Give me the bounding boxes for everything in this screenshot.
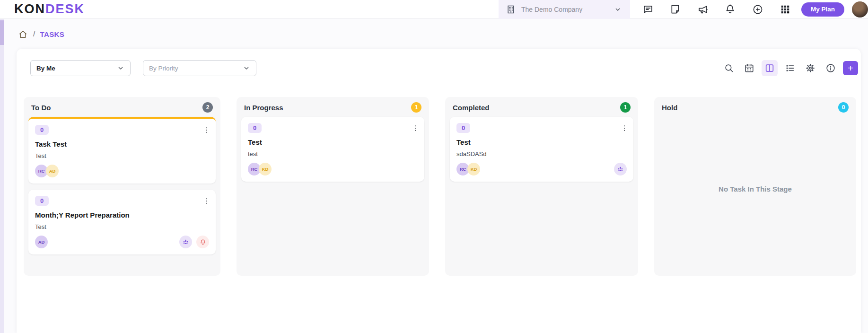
left-scrollbar-thumb[interactable] (0, 20, 4, 45)
column-header: To Do 2 (24, 97, 220, 116)
team-icon[interactable] (179, 236, 192, 248)
column-title: Completed (453, 104, 490, 112)
app-root: KONDESK The Demo Company (0, 0, 868, 333)
card-description: Test (35, 223, 209, 230)
column-title: In Progress (244, 104, 283, 112)
priority-filter-select[interactable]: By Priority (143, 60, 256, 76)
chevron-down-icon (117, 64, 124, 72)
subtask-count-chip: 0 (35, 125, 49, 135)
assignee-avatars: RC AD (35, 165, 209, 177)
note-icon[interactable] (670, 4, 681, 15)
card-footer: RC KD (456, 163, 627, 175)
team-icon[interactable] (614, 163, 627, 175)
breadcrumb-separator: / (33, 30, 35, 38)
home-icon[interactable] (17, 28, 28, 40)
card-title: Test (456, 138, 627, 146)
column-cards: 0 Test test RC KD (237, 116, 429, 193)
column-cards: 0 Test sdaSDASd RC KD (445, 116, 638, 193)
apps-grid-icon[interactable] (780, 4, 791, 15)
top-header: KONDESK The Demo Company (0, 0, 868, 19)
kanban-board: To Do 2 0 Task Test Test RC (17, 97, 861, 276)
subtask-count-chip: 0 (35, 196, 49, 206)
left-scrollbar[interactable] (0, 19, 4, 333)
chevron-down-icon (612, 4, 623, 15)
chat-icon[interactable] (642, 4, 654, 15)
column-count-badge: 1 (411, 102, 421, 113)
task-card[interactable]: 0 Test sdaSDASd RC KD (450, 117, 633, 182)
company-selector[interactable]: The Demo Company (499, 0, 630, 19)
card-menu-icon[interactable] (202, 125, 211, 135)
column-count-badge: 1 (620, 102, 631, 113)
calendar-view-icon[interactable] (741, 60, 757, 76)
card-footer: AD (35, 236, 209, 248)
assignee-filter-select[interactable]: By Me (30, 60, 131, 76)
column-header: Hold 0 (654, 97, 856, 116)
card-menu-icon[interactable] (411, 123, 420, 133)
card-footer: RC KD (248, 163, 418, 175)
my-plan-button[interactable]: My Plan (801, 2, 844, 17)
assignee-filter-value: By Me (36, 65, 117, 72)
add-task-button[interactable]: + (843, 61, 858, 75)
card-title: Month;Y Report Preparation (35, 211, 209, 219)
subtask-count-chip: 0 (248, 123, 262, 133)
info-icon[interactable] (823, 60, 839, 76)
task-card[interactable]: 0 Test test RC KD (241, 117, 424, 182)
column-completed: Completed 1 0 Test sdaSDASd RC (445, 97, 638, 276)
column-count-badge: 2 (202, 102, 213, 113)
header-icon-group (642, 4, 791, 15)
card-indicator-icons (179, 236, 209, 248)
column-hold: Hold 0 No Task In This Stage (654, 97, 856, 276)
card-indicator-icons (614, 163, 627, 175)
column-header: In Progress 1 (237, 97, 429, 116)
building-icon (505, 4, 517, 15)
avatar[interactable]: AD (46, 165, 59, 177)
user-avatar[interactable] (852, 1, 868, 18)
card-title: Task Test (35, 140, 209, 148)
view-toolbar: + (721, 60, 858, 76)
breadcrumb: / TASKS (17, 28, 64, 40)
kondesk-logo: KONDESK (14, 2, 85, 17)
kanban-view-icon[interactable] (762, 60, 778, 76)
avatar[interactable]: AD (35, 236, 48, 248)
assignee-avatars: RC KD (248, 163, 418, 175)
list-view-icon[interactable] (782, 60, 798, 76)
filter-row: By Me By Priority (17, 60, 861, 76)
avatar[interactable]: KD (467, 163, 480, 175)
card-menu-icon[interactable] (202, 196, 211, 206)
company-name: The Demo Company (521, 6, 607, 13)
card-menu-icon[interactable] (620, 123, 629, 133)
reminder-bell-icon[interactable] (196, 236, 209, 248)
notification-bell-icon[interactable] (725, 4, 736, 15)
add-circle-icon[interactable] (752, 4, 763, 15)
assignee-avatars: AD (35, 236, 179, 248)
column-title: Hold (662, 104, 677, 112)
chevron-down-icon (243, 64, 250, 72)
task-card[interactable]: 0 Task Test Test RC AD (28, 117, 216, 184)
tasks-panel: By Me By Priority (17, 49, 861, 333)
column-in-progress: In Progress 1 0 Test test RC (237, 97, 429, 276)
search-icon[interactable] (721, 60, 737, 76)
megaphone-icon[interactable] (697, 4, 709, 15)
column-todo: To Do 2 0 Task Test Test RC (24, 97, 220, 276)
column-title: To Do (31, 104, 51, 112)
card-description: Test (35, 152, 209, 159)
logo-text-kon: KON (14, 2, 45, 17)
card-description: sdaSDASd (456, 150, 627, 158)
subtask-count-chip: 0 (456, 123, 470, 133)
empty-stage-message: No Task In This Stage (654, 116, 856, 276)
column-cards: 0 Task Test Test RC AD (24, 116, 220, 265)
settings-gear-icon[interactable] (802, 60, 818, 76)
card-description: test (248, 150, 418, 158)
avatar[interactable]: KD (259, 163, 272, 175)
column-count-badge: 0 (838, 102, 849, 113)
card-title: Test (248, 138, 418, 146)
card-footer: RC AD (35, 165, 209, 177)
logo-text-desk: DESK (45, 2, 85, 17)
assignee-avatars: RC KD (456, 163, 614, 175)
breadcrumb-current[interactable]: TASKS (40, 30, 64, 38)
priority-filter-placeholder: By Priority (149, 65, 243, 72)
task-card[interactable]: 0 Month;Y Report Preparation Test AD (28, 190, 216, 254)
column-header: Completed 1 (445, 97, 638, 116)
